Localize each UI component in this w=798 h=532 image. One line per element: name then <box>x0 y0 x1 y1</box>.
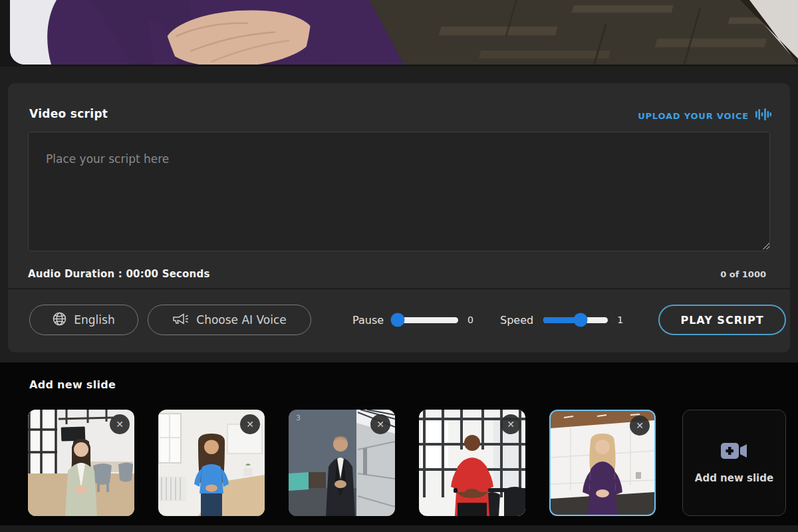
bottom-strip <box>0 525 798 532</box>
slide-1-close-button[interactable]: ✕ <box>110 414 130 434</box>
slide-5-close-button[interactable]: ✕ <box>630 416 650 436</box>
globe-icon <box>53 312 66 329</box>
textarea-resize-handle[interactable] <box>761 241 769 249</box>
audio-duration-label: Audio Duration : 00:00 Seconds <box>28 268 210 280</box>
speed-slider-thumb[interactable] <box>574 313 588 327</box>
slide-thumbnail-3[interactable]: 3 ✕ <box>289 410 395 516</box>
play-script-button[interactable]: PLAY SCRIPT <box>658 305 786 335</box>
char-counter: 0 of 1000 <box>720 269 766 279</box>
add-new-slide-card[interactable]: Add new slide <box>682 410 786 516</box>
panel-divider <box>8 288 790 289</box>
avatar-video-preview <box>10 0 798 65</box>
upload-your-voice-button[interactable]: UPLOAD YOUR VOICE <box>638 108 771 123</box>
choose-ai-voice-button[interactable]: Choose AI Voice <box>148 305 311 335</box>
pause-slider-group: Pause 0 <box>352 305 474 335</box>
video-script-panel: Video script UPLOAD YOUR VOICE Audio Dur… <box>8 83 790 352</box>
slide-thumbnail-2[interactable]: ✕ <box>158 410 265 516</box>
slide-thumbnails-row: ✕ <box>28 410 786 516</box>
speed-slider[interactable] <box>543 317 608 323</box>
slide-thumbnail-5-selected[interactable]: ✕ <box>549 410 656 516</box>
audio-info-row: Audio Duration : 00:00 Seconds 0 of 1000 <box>28 268 770 280</box>
language-label: English <box>74 313 114 327</box>
slides-section-title: Add new slide <box>29 378 116 391</box>
speed-label: Speed <box>500 314 533 327</box>
slides-section: Add new slide <box>0 362 798 525</box>
slide-thumbnail-1[interactable]: ✕ <box>28 410 134 516</box>
slide-3-close-button[interactable]: ✕ <box>370 414 390 434</box>
choose-voice-label: Choose AI Voice <box>196 313 286 327</box>
slide-3-number-badge: 3 <box>296 414 301 422</box>
pause-slider[interactable] <box>394 317 458 323</box>
panel-title: Video script <box>29 107 108 120</box>
upload-voice-label: UPLOAD YOUR VOICE <box>638 111 749 121</box>
speed-slider-group: Speed 1 <box>500 305 624 335</box>
waveform-icon <box>755 108 771 123</box>
avatar-scene-illustration <box>10 0 798 65</box>
megaphone-icon <box>172 312 189 329</box>
slide-thumbnail-4[interactable]: ✕ <box>419 410 525 516</box>
speed-value: 1 <box>617 315 624 325</box>
language-select-button[interactable]: English <box>29 305 138 335</box>
slide-2-close-button[interactable]: ✕ <box>240 414 260 434</box>
script-input[interactable] <box>28 132 770 251</box>
add-new-slide-label: Add new slide <box>695 472 773 484</box>
slide-4-close-button[interactable]: ✕ <box>501 414 521 434</box>
video-preview-frame <box>0 0 798 66</box>
video-camera-plus-icon <box>721 442 747 462</box>
pause-slider-thumb[interactable] <box>390 313 404 327</box>
pause-value: 0 <box>467 315 474 325</box>
pause-label: Pause <box>352 314 384 327</box>
